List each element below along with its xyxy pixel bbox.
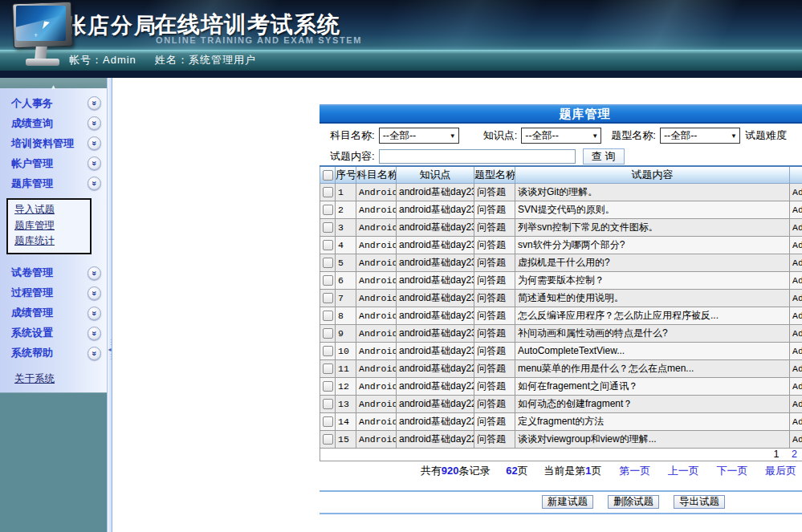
cell-qtype: 问答题 bbox=[474, 430, 515, 448]
sidebar-item-label: 系统设置 bbox=[11, 326, 88, 340]
knowledge-filter-label: 知识点: bbox=[483, 128, 518, 143]
double-chevron-down-icon[interactable] bbox=[88, 347, 101, 360]
table-row: 13 Android android基础day22 问答题 如何动态的创建fra… bbox=[320, 395, 802, 412]
double-chevron-down-icon[interactable] bbox=[88, 177, 101, 190]
checkbox-cell bbox=[320, 183, 336, 201]
table-row: 5 Android android基础day23 问答题 虚拟机是干什么用的? … bbox=[320, 254, 802, 271]
cell-no: 12 bbox=[336, 377, 356, 395]
select-all-checkbox[interactable] bbox=[323, 170, 333, 181]
double-chevron-down-icon[interactable] bbox=[88, 307, 101, 320]
row-checkbox[interactable] bbox=[323, 399, 333, 409]
cell-qtype: 问答题 bbox=[474, 412, 515, 430]
submenu-link[interactable]: 题库统计 bbox=[14, 234, 90, 250]
double-chevron-down-icon[interactable] bbox=[88, 266, 101, 280]
plus-glyph: + bbox=[34, 31, 38, 39]
header-checkbox-cell bbox=[320, 166, 336, 183]
cell-content: 补间动画和属性动画的特点是什么? bbox=[515, 324, 790, 342]
submenu-link[interactable]: 题库管理 bbox=[14, 218, 90, 234]
first-page-link[interactable]: 第一页 bbox=[619, 465, 650, 477]
difficulty-filter-label: 试题难度 bbox=[745, 128, 787, 143]
prev-page-link[interactable]: 上一页 bbox=[668, 465, 699, 477]
checkbox-cell bbox=[320, 412, 336, 430]
last-page-link[interactable]: 最后页 bbox=[765, 465, 796, 477]
cell-subject: Android bbox=[356, 254, 397, 271]
row-checkbox[interactable] bbox=[323, 187, 333, 197]
sidebar-menu-bottom: 试卷管理 过程管理 成绩管理 系统设置 bbox=[0, 256, 107, 363]
cell-knowledge: android基础day23 bbox=[397, 342, 474, 359]
sidebar-menu-item[interactable]: 系统帮助 bbox=[0, 343, 107, 363]
sidebar-item-label: 个人事务 bbox=[11, 96, 88, 111]
splitter-collapse-handle[interactable] bbox=[108, 339, 112, 360]
row-checkbox[interactable] bbox=[323, 381, 333, 392]
pagination-bar: 共有920条记录 62页 当前是第1页 第一页 上一页 下一页 最后页 bbox=[320, 464, 802, 478]
action-button[interactable]: 导出试题 bbox=[674, 495, 725, 509]
checkbox-cell bbox=[320, 395, 336, 412]
double-chevron-down-icon[interactable] bbox=[88, 156, 101, 170]
double-chevron-down-icon[interactable] bbox=[88, 136, 101, 150]
double-chevron-down-icon[interactable] bbox=[88, 116, 101, 130]
cell-knowledge: android基础day23 bbox=[397, 307, 474, 324]
sidebar-menu-item[interactable]: 题库管理 bbox=[0, 173, 107, 193]
about-system-link[interactable]: 关于系统 bbox=[14, 373, 55, 384]
total-suffix: 条记录 bbox=[459, 465, 491, 477]
cell-creator: Admin bbox=[790, 307, 802, 324]
cell-knowledge: android基础day23 bbox=[397, 201, 474, 218]
double-chevron-down-icon[interactable] bbox=[88, 327, 101, 340]
cell-creator: Admin bbox=[790, 359, 802, 377]
cell-knowledge: android基础day22 bbox=[397, 359, 474, 377]
sidebar-menu-item[interactable]: 过程管理 bbox=[0, 283, 107, 303]
sidebar-menu-item[interactable]: 系统设置 bbox=[0, 323, 107, 343]
cell-content: 谈谈对viewgroup和view的理解... bbox=[515, 430, 790, 448]
table-row: 14 Android android基础day22 问答题 定义fragment… bbox=[320, 412, 802, 430]
cell-no: 13 bbox=[336, 395, 356, 412]
sidebar-splitter[interactable] bbox=[107, 78, 112, 532]
row-checkbox[interactable] bbox=[323, 275, 333, 286]
sidebar-menu-item[interactable]: 培训资料管理 bbox=[0, 133, 107, 153]
action-button[interactable]: 删除试题 bbox=[608, 495, 659, 509]
sidebar-menu-item[interactable]: 个人事务 bbox=[0, 93, 107, 113]
cell-subject: Android bbox=[356, 201, 397, 218]
sidebar-item-label: 试卷管理 bbox=[11, 266, 88, 280]
sidebar-menu-item[interactable]: 成绩管理 bbox=[0, 303, 107, 323]
row-checkbox[interactable] bbox=[323, 328, 333, 339]
content-search-input[interactable] bbox=[379, 149, 576, 164]
action-button[interactable]: 新建试题 bbox=[542, 495, 593, 509]
row-checkbox[interactable] bbox=[323, 434, 333, 445]
cell-creator: Admin bbox=[790, 395, 802, 412]
search-button[interactable]: 查 询 bbox=[583, 148, 625, 164]
row-checkbox[interactable] bbox=[323, 222, 333, 233]
subject-select[interactable]: --全部-- bbox=[379, 128, 459, 144]
sidebar-menu-item[interactable]: 帐户管理 bbox=[0, 153, 107, 173]
row-checkbox[interactable] bbox=[323, 416, 333, 427]
cell-subject: Android bbox=[356, 324, 397, 342]
row-checkbox[interactable] bbox=[323, 311, 333, 321]
cell-subject: Android bbox=[356, 430, 397, 448]
sidebar-menu-item[interactable]: 成绩查询 bbox=[0, 113, 107, 133]
row-checkbox[interactable] bbox=[323, 258, 333, 268]
sidebar-menu-item[interactable]: 试卷管理 bbox=[0, 263, 107, 283]
row-checkbox[interactable] bbox=[323, 293, 333, 303]
submenu-link[interactable]: 导入试题 bbox=[14, 202, 90, 218]
cell-knowledge: android基础day22 bbox=[397, 430, 474, 448]
checkbox-cell bbox=[320, 271, 336, 289]
row-checkbox[interactable] bbox=[323, 363, 333, 374]
row-checkbox[interactable] bbox=[323, 240, 333, 250]
double-chevron-down-icon[interactable] bbox=[88, 96, 101, 110]
qtype-select[interactable]: --全部-- bbox=[660, 128, 740, 144]
cell-content: svn软件分为哪两个部分? bbox=[515, 236, 790, 254]
cell-content: 如何在fragement之间通讯？ bbox=[515, 377, 790, 395]
question-bank-panel: 题库管理 科目名称: --全部-- 知识点: --全部-- 题型名称: --全部… bbox=[320, 104, 802, 514]
row-checkbox[interactable] bbox=[323, 205, 333, 215]
row-checkbox[interactable] bbox=[323, 346, 333, 356]
knowledge-select[interactable]: --全部-- bbox=[521, 128, 601, 144]
next-page-link[interactable]: 下一页 bbox=[716, 465, 747, 477]
filter-row-1: 科目名称: --全部-- 知识点: --全部-- 题型名称: --全部-- 试题… bbox=[320, 124, 802, 148]
pager-page-link[interactable]: 2 bbox=[792, 449, 797, 460]
double-chevron-down-icon[interactable] bbox=[88, 286, 101, 300]
column-header: 创建人 bbox=[790, 166, 802, 183]
header-divider bbox=[0, 71, 802, 78]
collapse-left-icon bbox=[108, 346, 111, 353]
column-header: 知识点 bbox=[397, 166, 474, 183]
cell-knowledge: android基础day23 bbox=[397, 289, 474, 307]
cell-subject: Android bbox=[356, 236, 397, 254]
